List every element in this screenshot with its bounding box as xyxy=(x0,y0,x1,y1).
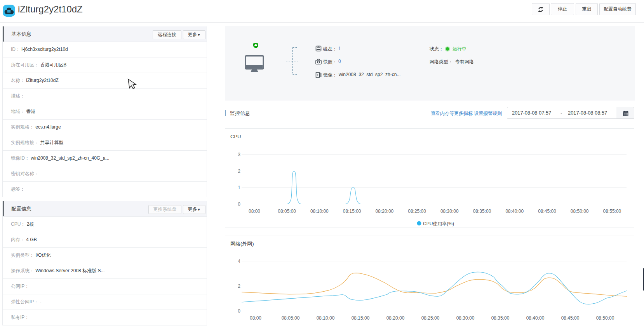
svg-text:08:05:00: 08:05:00 xyxy=(278,209,296,214)
svg-text:0: 0 xyxy=(238,202,240,207)
svg-text:08:55:00: 08:55:00 xyxy=(603,209,621,214)
svg-text:08:00: 08:00 xyxy=(249,209,260,214)
svg-text:2: 2 xyxy=(238,169,240,174)
svg-text:2: 2 xyxy=(238,284,240,289)
svg-text:08:30:00: 08:30:00 xyxy=(440,209,459,214)
svg-text:08:45:00: 08:45:00 xyxy=(538,209,556,214)
svg-text:08:25:00: 08:25:00 xyxy=(408,209,426,214)
svg-text:08:45:00: 08:45:00 xyxy=(561,315,580,321)
svg-text:08:10:00: 08:10:00 xyxy=(317,315,335,321)
svg-text:08:40:00: 08:40:00 xyxy=(505,209,524,214)
svg-text:08:50:00: 08:50:00 xyxy=(571,209,589,214)
svg-text:08:35:00: 08:35:00 xyxy=(491,315,510,321)
svg-text:08:05:00: 08:05:00 xyxy=(282,315,300,321)
svg-text:08:20:00: 08:20:00 xyxy=(386,315,405,321)
svg-text:1: 1 xyxy=(238,185,240,190)
svg-text:08:00: 08:00 xyxy=(250,315,261,321)
svg-text:0: 0 xyxy=(238,308,240,314)
svg-text:08:50:00: 08:50:00 xyxy=(596,315,614,321)
svg-text:3: 3 xyxy=(238,152,240,157)
svg-text:08:20:00: 08:20:00 xyxy=(376,209,394,214)
svg-text:08:25:00: 08:25:00 xyxy=(421,315,440,321)
svg-text:08:10:00: 08:10:00 xyxy=(310,209,329,214)
svg-text:08:15:00: 08:15:00 xyxy=(352,315,370,321)
svg-text:08:30:00: 08:30:00 xyxy=(456,315,475,321)
svg-text:CPU使用率(%): CPU使用率(%) xyxy=(423,221,454,226)
svg-text:08:40:00: 08:40:00 xyxy=(526,315,545,321)
svg-text:08:35:00: 08:35:00 xyxy=(473,209,491,214)
svg-text:08:15:00: 08:15:00 xyxy=(343,209,361,214)
svg-text:4: 4 xyxy=(238,259,240,264)
